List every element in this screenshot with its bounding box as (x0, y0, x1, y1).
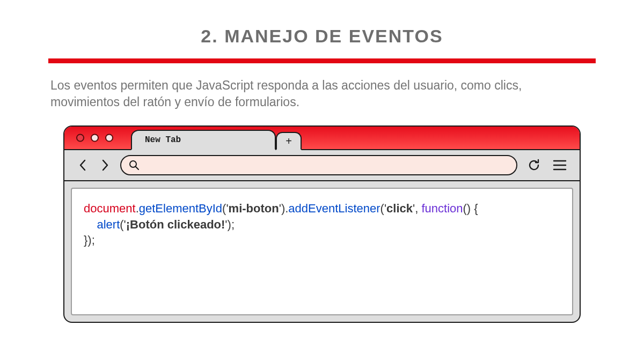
chevron-right-icon (101, 159, 109, 172)
slide-description: Los eventos permiten que JavaScript resp… (48, 77, 596, 110)
window-controls (76, 134, 113, 142)
code-token: , (415, 202, 421, 215)
minimize-dot-icon[interactable] (91, 134, 99, 142)
browser-toolbar (64, 150, 580, 181)
forward-button[interactable] (98, 154, 113, 176)
code-token: ¡Botón clickeado! (126, 218, 225, 231)
close-dot-icon[interactable] (76, 134, 84, 142)
code-token: alert (97, 218, 120, 231)
code-token (84, 218, 97, 231)
svg-point-0 (130, 161, 136, 167)
browser-window: New Tab + (63, 125, 581, 323)
code-token: () { (463, 202, 478, 215)
search-icon (129, 160, 140, 171)
code-token: ( (380, 202, 384, 215)
code-token: ); (228, 218, 235, 231)
code-token: ). (281, 202, 288, 215)
code-token: ( (120, 218, 123, 231)
code-snippet: document.getElementById('mi-boton').addE… (84, 201, 560, 248)
code-token: click (386, 202, 413, 215)
back-button[interactable] (75, 154, 90, 176)
title-underline (48, 58, 596, 63)
browser-viewport: document.getElementById('mi-boton').addE… (71, 188, 573, 315)
reload-icon (527, 158, 541, 172)
browser-tab[interactable]: New Tab (131, 130, 276, 150)
code-token: function (421, 202, 463, 215)
code-token: document (84, 202, 136, 215)
new-tab-button[interactable]: + (276, 132, 302, 150)
plus-icon: + (286, 135, 292, 147)
chevron-left-icon (78, 159, 87, 172)
tab-label: New Tab (145, 135, 181, 145)
slide-title: 2. MANEJO DE EVENTOS (48, 26, 596, 47)
code-token: getElementById (139, 202, 222, 215)
reload-button[interactable] (525, 154, 543, 176)
code-token: mi-boton (229, 202, 279, 215)
zoom-dot-icon[interactable] (105, 134, 113, 142)
menu-button[interactable] (551, 154, 569, 176)
address-bar[interactable] (120, 155, 517, 175)
svg-line-1 (136, 167, 138, 169)
code-token: }); (84, 233, 95, 247)
code-token: addEventListener (288, 202, 380, 215)
hamburger-icon (553, 159, 567, 171)
browser-tabbar: New Tab + (64, 127, 580, 150)
